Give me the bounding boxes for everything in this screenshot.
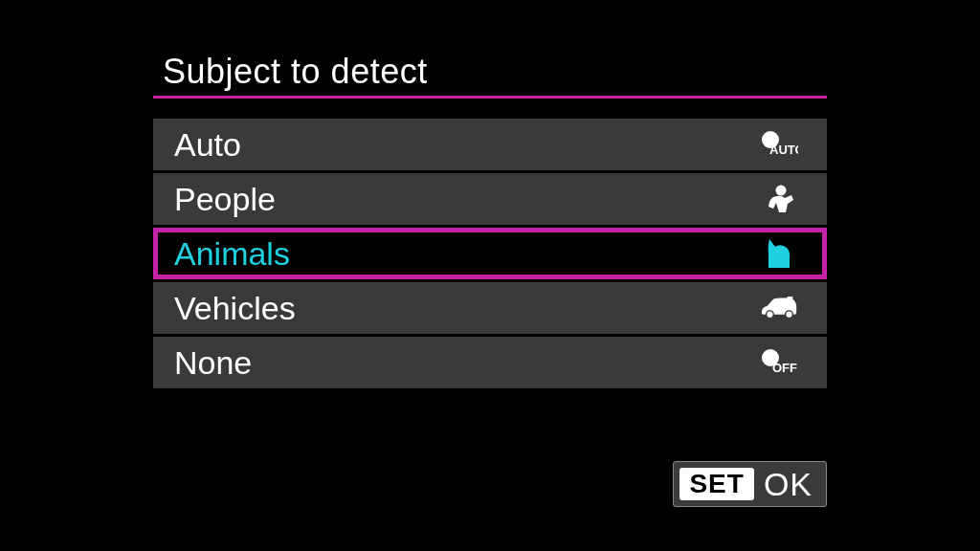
people-icon	[758, 182, 800, 216]
auto-icon: AUTO	[758, 127, 800, 162]
menu-item-label: None	[174, 344, 252, 382]
animal-icon	[758, 236, 800, 271]
menu-item-people[interactable]: People	[153, 173, 827, 225]
svg-text:OFF: OFF	[772, 361, 797, 375]
menu-item-none[interactable]: None OFF	[153, 337, 827, 388]
vehicle-icon	[758, 291, 800, 325]
title-divider	[153, 96, 827, 99]
svg-point-2	[776, 186, 787, 196]
menu-item-vehicles[interactable]: Vehicles	[153, 282, 827, 334]
ok-label: OK	[764, 466, 813, 503]
menu-item-label: Vehicles	[174, 290, 296, 327]
svg-point-4	[767, 311, 774, 319]
menu-item-label: People	[174, 181, 276, 218]
set-label: SET	[679, 468, 753, 500]
menu-item-animals[interactable]: Animals	[153, 228, 827, 279]
set-ok-button[interactable]: SET OK	[673, 461, 827, 507]
off-icon: OFF	[758, 345, 800, 380]
subject-menu: Auto AUTO People Animals	[153, 119, 827, 391]
menu-item-label: Animals	[174, 235, 290, 273]
svg-point-5	[786, 311, 793, 319]
menu-item-label: Auto	[174, 126, 241, 164]
svg-text:AUTO: AUTO	[769, 143, 798, 157]
camera-menu-screen: Subject to detect Auto AUTO People	[0, 0, 980, 551]
page-title: Subject to detect	[163, 52, 428, 92]
menu-item-auto[interactable]: Auto AUTO	[153, 119, 827, 170]
